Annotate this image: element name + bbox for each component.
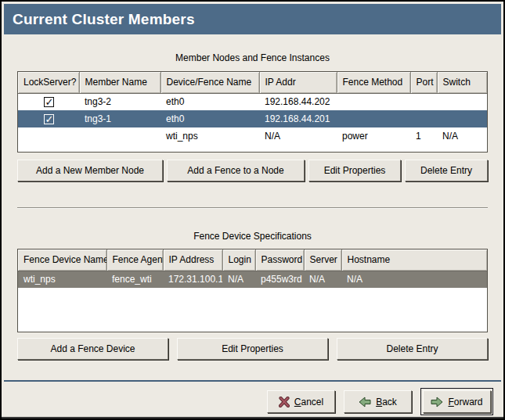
cell-switch: N/A (437, 127, 487, 145)
table-row[interactable]: wti_nps N/A power 1 N/A (18, 127, 487, 145)
column-header-login[interactable]: Login (222, 249, 255, 271)
add-fence-to-node-button[interactable]: Add a Fence to a Node (167, 160, 305, 181)
cell-ip-addr: N/A (259, 127, 337, 145)
column-header-ip-address[interactable]: IP Address (163, 249, 222, 271)
cell-fence-method: power (337, 127, 410, 145)
cell-server: N/A (304, 271, 341, 288)
members-header-row: LockServer? Member Name Device/Fence Nam… (18, 72, 487, 93)
cell-device-fence-name: eth0 (161, 93, 259, 110)
fence-devices-table: Fence Device Name Fence Agent IP Address… (17, 249, 488, 332)
column-header-fence-method[interactable]: Fence Method (337, 72, 410, 93)
cell-fence-method (337, 110, 410, 127)
cell-ip-addr: 192.168.44.202 (259, 93, 337, 110)
edit-properties-button[interactable]: Edit Properties (308, 160, 401, 181)
table-row-selected[interactable]: wti_nps fence_wti 172.31.100.1 N/A p455w… (18, 271, 487, 288)
column-header-member-name[interactable]: Member Name (79, 72, 161, 93)
edit-properties-button[interactable]: Edit Properties (177, 338, 328, 360)
arrow-left-icon (359, 397, 371, 407)
column-header-fence-agent[interactable]: Fence Agent (106, 249, 163, 271)
column-header-server[interactable]: Server (304, 249, 341, 271)
cluster-members-dialog: Current Cluster Members Member Nodes and… (0, 0, 505, 420)
fence-table-caption: Fence Device Specifications (17, 231, 488, 242)
column-header-password[interactable]: Password (255, 249, 304, 271)
cell-login: N/A (222, 271, 255, 288)
forward-button[interactable]: Forward (423, 390, 491, 413)
cell-port (410, 110, 437, 127)
dialog-title: Current Cluster Members (4, 4, 501, 34)
back-button[interactable]: Back (344, 390, 412, 413)
default-button-ring: Forward (420, 388, 493, 415)
cell-member-name (79, 127, 161, 145)
cell-member-name: tng3-2 (79, 93, 161, 110)
cell-device-fence-name: wti_nps (161, 127, 259, 145)
arrow-right-icon (431, 397, 443, 407)
members-table-caption: Member Nodes and Fence Instances (17, 52, 488, 64)
delete-entry-button[interactable]: Delete Entry (405, 160, 488, 181)
column-header-port[interactable]: Port (410, 72, 437, 93)
cell-hostname: N/A (341, 271, 487, 288)
cancel-button[interactable]: Cancel (267, 390, 335, 413)
cell-switch (437, 110, 487, 127)
table-row[interactable]: tng3-2 eth0 192.168.44.202 (18, 93, 487, 110)
lockserver-checkbox[interactable] (44, 114, 54, 124)
cell-member-name: tng3-1 (79, 110, 161, 127)
cell-ip-address: 172.31.100.1 (163, 271, 222, 288)
column-header-device-fence-name[interactable]: Device/Fence Name (161, 72, 259, 93)
cell-fence-agent: fence_wti (106, 271, 163, 288)
column-header-lockserver[interactable]: LockServer? (18, 72, 79, 93)
column-header-ip-addr[interactable]: IP Addr (259, 72, 337, 93)
cell-switch (437, 93, 487, 110)
add-member-node-button[interactable]: Add a New Member Node (17, 160, 163, 181)
cancel-x-icon (279, 397, 290, 407)
cell-port (410, 93, 437, 110)
cell-device-fence-name: eth0 (161, 110, 259, 127)
fence-header-row: Fence Device Name Fence Agent IP Address… (18, 249, 487, 271)
cell-fence-device-name: wti_nps (18, 271, 106, 288)
cell-port: 1 (410, 127, 437, 145)
column-header-fence-device-name[interactable]: Fence Device Name (18, 249, 106, 271)
delete-entry-button[interactable]: Delete Entry (337, 338, 488, 360)
column-header-hostname[interactable]: Hostname (341, 249, 487, 271)
section-divider (17, 207, 488, 209)
lockserver-checkbox[interactable] (44, 97, 54, 107)
table-row-selected[interactable]: tng3-1 eth0 192.168.44.201 (18, 110, 487, 127)
add-fence-device-button[interactable]: Add a Fence Device (17, 338, 168, 360)
column-header-switch[interactable]: Switch (437, 72, 487, 93)
footer-divider (4, 380, 501, 382)
cell-ip-addr: 192.168.44.201 (259, 110, 337, 127)
cell-fence-method (337, 93, 410, 110)
cell-password: p455w3rd (255, 271, 304, 288)
members-table: LockServer? Member Name Device/Fence Nam… (17, 71, 488, 153)
